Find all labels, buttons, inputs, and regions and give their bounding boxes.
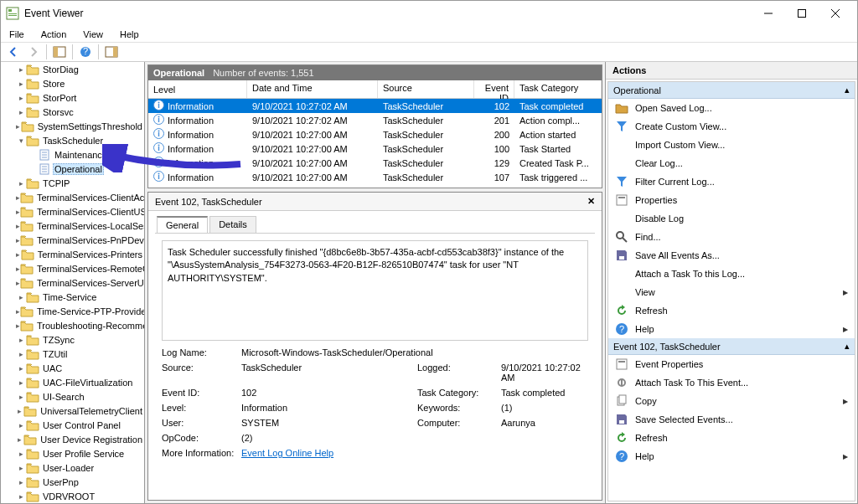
tree-node-taskscheduler[interactable]: ▾TaskScheduler <box>1 133 144 147</box>
expander-icon[interactable]: ▸ <box>16 80 26 88</box>
menu-help[interactable]: Help <box>116 28 142 40</box>
tree-node-stordiag[interactable]: ▸StorDiag <box>1 62 144 76</box>
expander-icon[interactable]: ▸ <box>16 492 26 501</box>
tree-node-terminalservices-clientactivexcore[interactable]: ▸TerminalServices-ClientActiveXCore <box>1 190 144 204</box>
tree-node-troubleshooting-recommended[interactable]: ▸Troubleshooting-Recommended <box>1 318 144 332</box>
action-save-all-events-as[interactable]: Save All Events As... <box>608 246 855 265</box>
action-copy[interactable]: Copy <box>608 392 855 410</box>
action-event-properties[interactable]: Event Properties <box>608 355 855 373</box>
action-attach-a-task-to-this-log[interactable]: Attach a Task To this Log... <box>608 265 855 283</box>
grid-header[interactable]: Level Date and Time Source Event ID Task… <box>148 80 602 99</box>
show-actions-button[interactable] <box>102 44 121 60</box>
expander-icon[interactable]: ▸ <box>16 179 26 188</box>
tree-node-user-loader[interactable]: ▸User-Loader <box>1 460 144 475</box>
tree-node-ui-search[interactable]: ▸UI-Search <box>1 389 144 404</box>
show-hide-tree-button[interactable] <box>50 44 69 60</box>
event-row[interactable]: Information9/10/2021 10:27:02 AMTaskSche… <box>148 113 602 127</box>
tree-node-terminalservices-pnpdevices[interactable]: ▸TerminalServices-PnPDevices <box>1 233 144 247</box>
action-create-custom-view[interactable]: Create Custom View... <box>608 117 855 136</box>
action-help[interactable]: ?Help <box>608 320 855 338</box>
event-row[interactable]: Information9/10/2021 10:27:00 AMTaskSche… <box>148 127 602 141</box>
tree-node-user-profile-service[interactable]: ▸User Profile Service <box>1 446 144 460</box>
maximize-button[interactable] <box>785 2 819 25</box>
tree-node-terminalservices-clientusbdevices[interactable]: ▸TerminalServices-ClientUSBDevices <box>1 204 144 219</box>
action-save-selected-events[interactable]: Save Selected Events... <box>608 410 855 429</box>
action-find[interactable]: Find... <box>608 228 855 246</box>
expander-icon[interactable]: ▸ <box>16 464 26 472</box>
event-row[interactable]: Information9/10/2021 10:27:00 AMTaskSche… <box>148 170 602 184</box>
tree-node-uac[interactable]: ▸UAC <box>1 361 144 375</box>
tree-node-tzsync[interactable]: ▸TZSync <box>1 332 144 347</box>
collapse-icon[interactable]: ▴ <box>845 341 850 352</box>
tree-node-terminalservices-printers[interactable]: ▸TerminalServices-Printers <box>1 247 144 261</box>
menu-action[interactable]: Action <box>38 28 70 40</box>
action-clear-log[interactable]: Clear Log... <box>608 154 855 172</box>
tree-node-time-service-ptp-provider[interactable]: ▸Time-Service-PTP-Provider <box>1 304 144 318</box>
tree-node-time-service[interactable]: ▸Time-Service <box>1 290 144 304</box>
expander-icon[interactable]: ▸ <box>16 364 26 373</box>
tree-node-terminalservices-localsessionmanager[interactable]: ▸TerminalServices-LocalSessionManager <box>1 219 144 233</box>
expander-icon[interactable]: ▸ <box>16 435 23 444</box>
back-button[interactable] <box>4 44 23 60</box>
tree-node-terminalservices-serverusbdevices[interactable]: ▸TerminalServices-ServerUSBDevices <box>1 275 144 290</box>
action-import-custom-view[interactable]: Import Custom View... <box>608 136 855 154</box>
tree-node-vdrvroot[interactable]: ▸VDRVROOT <box>1 489 144 503</box>
tree-node-store[interactable]: ▸Store <box>1 76 144 90</box>
expander-icon[interactable]: ▸ <box>16 65 26 74</box>
expander-icon[interactable]: ▸ <box>16 478 26 486</box>
action-view[interactable]: View <box>608 283 855 301</box>
action-properties[interactable]: Properties <box>608 191 855 209</box>
event-row[interactable]: Information9/10/2021 10:27:00 AMTaskSche… <box>148 141 602 156</box>
expander-icon[interactable]: ▸ <box>16 293 26 301</box>
action-help[interactable]: ?Help <box>608 447 855 465</box>
tree-node-user-control-panel[interactable]: ▸User Control Panel <box>1 418 144 432</box>
action-filter-current-log[interactable]: Filter Current Log... <box>608 172 855 191</box>
tree-scroll[interactable]: ▸StorDiag▸Store▸StorPort▸Storsvc▸SystemS… <box>1 62 144 503</box>
action-refresh[interactable]: Refresh <box>608 301 855 320</box>
action-refresh[interactable]: Refresh <box>608 429 855 447</box>
tree-node-user-device-registration[interactable]: ▸User Device Registration <box>1 432 144 446</box>
action-disable-log[interactable]: Disable Log <box>608 209 855 228</box>
tree-node-storsvc[interactable]: ▸Storsvc <box>1 105 144 119</box>
tree-node-systemsettingsthreshold[interactable]: ▸SystemSettingsThreshold <box>1 119 144 133</box>
close-button[interactable] <box>819 2 852 25</box>
actions-section-event[interactable]: Event 102, TaskScheduler ▴ <box>608 338 855 355</box>
expander-icon[interactable]: ▸ <box>16 94 26 102</box>
tree-node-tzutil[interactable]: ▸TZUtil <box>1 347 144 361</box>
col-datetime[interactable]: Date and Time <box>247 80 378 98</box>
expander-icon[interactable]: ▾ <box>16 136 26 145</box>
menu-view[interactable]: View <box>80 28 106 40</box>
event-row[interactable]: Information9/10/2021 10:27:02 AMTaskSche… <box>148 99 602 113</box>
expander-icon[interactable]: ▸ <box>16 421 26 429</box>
collapse-icon[interactable]: ▴ <box>845 85 850 95</box>
action-attach-task-to-this-event[interactable]: Attach Task To This Event... <box>608 373 855 392</box>
expander-icon[interactable]: ▸ <box>16 407 23 415</box>
help-button[interactable]: ? <box>76 44 95 60</box>
event-row[interactable]: Information9/10/2021 10:27:00 AMTaskSche… <box>148 156 602 170</box>
expander-icon[interactable]: ▸ <box>16 336 26 344</box>
tab-general[interactable]: General <box>157 216 208 233</box>
tab-details[interactable]: Details <box>209 216 256 233</box>
col-taskcat[interactable]: Task Category <box>514 80 602 98</box>
tree-node-tcpip[interactable]: ▸TCPIP <box>1 176 144 190</box>
close-detail-icon[interactable]: ✕ <box>587 196 595 207</box>
expander-icon[interactable]: ▸ <box>16 393 26 401</box>
expander-icon[interactable]: ▸ <box>16 108 26 116</box>
tree-node-maintenance[interactable]: Maintenance <box>1 147 144 162</box>
expander-icon[interactable]: ▸ <box>16 450 26 458</box>
actions-section-operational[interactable]: Operational ▴ <box>608 82 855 99</box>
moreinfo-link[interactable]: Event Log Online Help <box>241 448 588 458</box>
col-level[interactable]: Level <box>148 80 247 98</box>
minimize-button[interactable] <box>752 2 785 25</box>
tree-node-uac-filevirtualization[interactable]: ▸UAC-FileVirtualization <box>1 375 144 389</box>
col-eventid[interactable]: Event ID <box>474 80 514 98</box>
tree-node-storport[interactable]: ▸StorPort <box>1 90 144 105</box>
forward-button[interactable] <box>24 44 43 60</box>
action-open-saved-log[interactable]: Open Saved Log... <box>608 99 855 117</box>
col-source[interactable]: Source <box>378 80 474 98</box>
expander-icon[interactable]: ▸ <box>16 350 26 358</box>
tree-node-terminalservices-remoteconnectionmanager[interactable]: ▸TerminalServices-RemoteConnectionManage… <box>1 261 144 275</box>
tree-node-universaltelemetryclient[interactable]: ▸UniversalTelemetryClient <box>1 404 144 418</box>
menu-file[interactable]: File <box>6 28 28 40</box>
tree-node-userpnp[interactable]: ▸UserPnp <box>1 475 144 489</box>
